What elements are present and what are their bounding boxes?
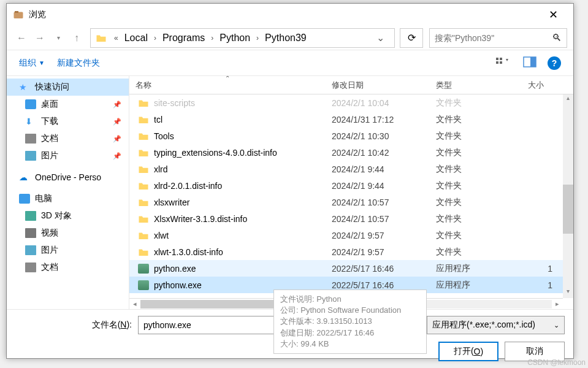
exe-icon [138,280,149,290]
file-row[interactable]: xlrd2024/2/1 9:44文件夹 [129,161,573,177]
close-button[interactable]: ✕ [539,6,567,24]
pin-icon: 📌 [113,152,121,160]
refresh-button[interactable]: ⟳ [400,28,423,48]
app-icon [13,9,24,20]
file-date: 2024/2/1 10:57 [326,197,430,207]
breadcrumb-item[interactable]: Local [122,31,150,45]
file-date: 2022/5/17 16:46 [326,264,430,274]
file-date: 2024/2/1 9:44 [326,164,430,174]
file-date: 2024/2/1 10:57 [326,214,430,224]
svg-rect-1 [15,11,18,13]
file-name: xlsxwriter [154,197,189,207]
file-row[interactable]: xlwt2024/2/1 9:57文件夹 [129,227,573,243]
file-type: 文件夹 [430,131,522,142]
organize-button[interactable]: 组织 ▼ [19,58,45,69]
column-date-header[interactable]: 修改日期 [326,76,430,94]
sort-indicator-icon: ⌃ [225,76,230,82]
file-row[interactable]: xlsxwriter2024/2/1 10:57文件夹 [129,194,573,210]
file-row[interactable]: tcl2024/1/31 17:12文件夹 [129,111,573,128]
document-icon [25,263,36,272]
help-button[interactable]: ? [548,56,561,70]
column-name-header[interactable]: 名称 ⌃ [129,76,326,94]
onedrive-icon: ☁ [19,172,30,182]
body-area: ★ 快速访问 桌面 📌 ⬇ 下载 📌 文档 📌 [7,76,573,309]
column-type-header[interactable]: 类型 [430,76,522,94]
scroll-down-arrow[interactable]: ▾ [563,288,573,298]
file-type: 文件夹 [430,147,522,158]
new-folder-button[interactable]: 新建文件夹 [57,58,100,69]
column-header: 名称 ⌃ 修改日期 类型 大小 [129,76,573,94]
breadcrumb-prefix: « [114,34,118,42]
file-name: XlsxWriter-3.1.9.dist-info [154,214,247,224]
scroll-up-arrow[interactable]: ▴ [563,94,573,105]
vertical-scrollbar[interactable]: ▴ ▾ [563,94,573,298]
exe-icon [138,264,149,274]
column-size-header[interactable]: 大小 [522,76,559,94]
sidebar-desktop[interactable]: 桌面 📌 [7,96,129,113]
open-button[interactable]: 打开(O) [438,342,498,361]
folder-icon [138,231,149,240]
toolbar: 组织 ▼ 新建文件夹 ? [7,50,573,76]
file-row[interactable]: site-scripts2024/2/1 10:04文件夹 [129,94,573,111]
svg-rect-2 [496,58,498,60]
file-type: 文件夹 [430,180,522,191]
file-size: 1 [522,264,559,274]
sidebar-documents[interactable]: 文档 📌 [7,130,129,147]
file-type: 应用程序 [430,280,522,291]
file-row[interactable]: XlsxWriter-3.1.9.dist-info2024/2/1 10:57… [129,210,573,227]
svg-rect-0 [14,12,23,19]
file-date: 2024/2/1 10:42 [326,148,430,158]
search-box[interactable]: 🔍︎ [429,28,567,48]
file-date: 2024/2/1 10:30 [326,131,430,141]
breadcrumb-item[interactable]: Python [217,31,253,45]
file-row[interactable]: python.exe2022/5/17 16:46应用程序1 [129,260,573,277]
folder-icon [138,247,149,257]
file-type: 文件夹 [430,247,522,258]
document-icon [25,134,36,144]
sidebar: ★ 快速访问 桌面 📌 ⬇ 下载 📌 文档 📌 [7,76,129,309]
address-dropdown[interactable]: ⌄ [372,32,389,44]
titlebar: 浏览 ✕ [7,4,573,26]
up-button[interactable]: ↑ [68,29,85,47]
file-row[interactable]: Tools2024/2/1 10:30文件夹 [129,128,573,144]
sidebar-documents-pc[interactable]: 文档 [7,259,129,276]
search-icon[interactable]: 🔍︎ [552,33,562,44]
file-list: site-scripts2024/2/1 10:04文件夹tcl2024/1/3… [129,94,573,309]
sidebar-quick-access[interactable]: ★ 快速访问 [7,79,129,96]
folder-icon [138,197,149,207]
forward-button[interactable]: → [31,29,48,47]
breadcrumb-item[interactable]: Programs [160,31,207,45]
file-row[interactable]: typing_extensions-4.9.0.dist-info2024/2/… [129,144,573,161]
scroll-thumb[interactable] [563,185,573,234]
file-type: 文件夹 [430,98,522,109]
sidebar-pictures-pc[interactable]: 图片 [7,242,129,259]
back-button[interactable]: ← [13,29,30,47]
pc-icon [19,194,30,204]
sidebar-pictures[interactable]: 图片 📌 [7,147,129,164]
sidebar-videos[interactable]: 视频 [7,224,129,242]
pin-icon: 📌 [113,118,121,126]
pictures-icon [25,151,36,161]
file-row[interactable]: xlwt-1.3.0.dist-info2024/2/1 9:57文件夹 [129,243,573,260]
address-bar[interactable]: « Local › Programs › Python › Python39 ⌄ [90,28,395,48]
download-icon: ⬇ [25,117,36,126]
scroll-left-arrow[interactable]: ◂ [129,300,140,308]
file-row[interactable]: xlrd-2.0.1.dist-info2024/2/1 9:44文件夹 [129,177,573,194]
search-input[interactable] [435,33,552,43]
file-name: xlwt [154,231,169,240]
preview-pane-button[interactable] [523,56,536,70]
sidebar-this-pc[interactable]: 电脑 [7,190,129,207]
sidebar-3d-objects[interactable]: 3D 对象 [7,207,129,224]
folder-icon [96,33,107,43]
file-type: 文件夹 [430,230,522,241]
scroll-right-arrow[interactable]: ▸ [552,300,563,308]
folder-icon [138,181,149,191]
desktop-icon [25,99,36,109]
file-type: 文件夹 [430,164,522,175]
breadcrumb-item[interactable]: Python39 [262,31,309,45]
sidebar-downloads[interactable]: ⬇ 下载 📌 [7,113,129,130]
view-options-button[interactable] [495,56,512,70]
recent-dropdown[interactable]: ▾ [50,29,67,47]
sidebar-onedrive[interactable]: ☁ OneDrive - Perso [7,169,129,185]
filetype-select[interactable]: 应用程序(*.exe;*.com;*.icd) ⌄ [427,316,565,334]
